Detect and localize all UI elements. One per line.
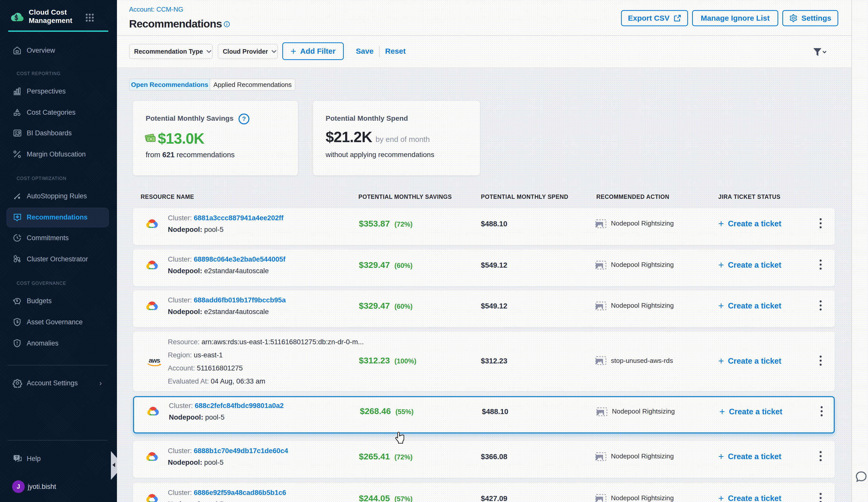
svg-text:?: ? bbox=[16, 455, 18, 460]
svg-text:?: ? bbox=[242, 115, 246, 122]
